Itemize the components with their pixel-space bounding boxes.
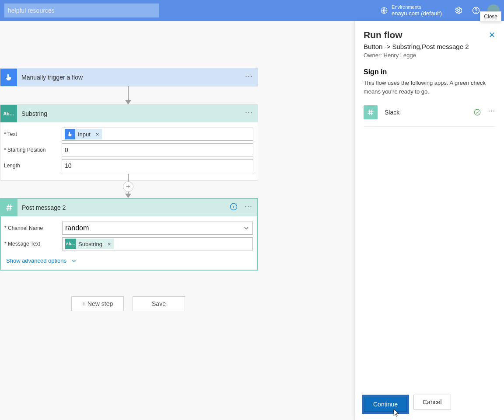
advanced-label: Show advanced options (6, 257, 66, 264)
trigger-card[interactable]: Manually trigger a flow ··· (0, 68, 258, 86)
globe-icon (380, 7, 388, 14)
arrow-down-icon (125, 194, 131, 198)
channel-value: random (65, 224, 89, 232)
gear-icon[interactable] (454, 6, 463, 15)
environment-picker[interactable]: Environments enayu.com (default) (380, 4, 442, 17)
token-label: Substring (76, 239, 105, 249)
run-flow-panel: Run flow ✕ Button -> Substring,Post mess… (354, 21, 504, 420)
more-icon[interactable]: ··· (240, 72, 258, 83)
more-icon[interactable]: ··· (488, 107, 495, 118)
text-input[interactable]: Input × (62, 128, 253, 141)
post-message-card[interactable]: Post message 2 ··· Channel Name random M… (0, 198, 258, 271)
signin-text: This flow uses the following apps. A gre… (364, 79, 495, 96)
slack-hash-icon (1, 199, 18, 216)
connection-row: Slack ··· (364, 105, 495, 127)
connection-name: Slack (385, 109, 473, 116)
add-step-button[interactable]: + (123, 181, 133, 192)
field-label-text: Text (4, 131, 62, 137)
substring-card[interactable]: Ab… Substring ··· Text Input × Start (0, 104, 258, 180)
cancel-button[interactable]: Cancel (413, 395, 451, 410)
panel-owner: Owner: Henry Legge (364, 52, 495, 59)
chevron-down-icon (243, 225, 250, 232)
svg-point-1 (458, 10, 460, 12)
connector-line (128, 86, 129, 100)
start-input-el[interactable] (65, 146, 250, 153)
substring-title: Substring (17, 110, 240, 117)
more-icon[interactable]: ··· (240, 202, 257, 214)
length-input-el[interactable] (65, 162, 250, 169)
more-icon[interactable]: ··· (240, 108, 258, 120)
text-op-icon: Ab… (65, 239, 76, 249)
channel-dropdown[interactable]: random (62, 222, 253, 235)
env-name: enayu.com (default) (392, 10, 442, 17)
help-icon[interactable] (472, 6, 480, 15)
env-label: Environments (392, 4, 442, 10)
text-op-icon: Ab… (0, 105, 17, 122)
info-icon[interactable] (228, 202, 240, 213)
close-icon[interactable]: ✕ (489, 30, 495, 40)
touch-icon (65, 129, 75, 139)
show-advanced-link[interactable]: Show advanced options (4, 257, 77, 264)
search-input[interactable]: helpful resources (4, 3, 159, 17)
post-title: Post message 2 (18, 204, 228, 211)
new-step-button[interactable]: + New step (71, 296, 124, 311)
save-button[interactable]: Save (133, 296, 185, 311)
slack-hash-icon (364, 105, 378, 119)
field-label-msg: Message Text (4, 241, 62, 247)
token-label: Input (75, 129, 93, 139)
length-input[interactable] (62, 159, 253, 172)
panel-subtitle: Button -> Substring,Post message 2 (364, 43, 495, 50)
start-input[interactable] (62, 143, 253, 156)
continue-button[interactable]: Continue (364, 397, 407, 412)
top-header: helpful resources Environments enayu.com… (0, 0, 504, 21)
svg-point-3 (476, 12, 476, 13)
field-label-start: Starting Position (4, 147, 62, 153)
token-substring[interactable]: Ab… Substring × (65, 239, 114, 249)
field-label-length: Length (4, 163, 62, 169)
message-input[interactable]: Ab… Substring × (62, 237, 253, 250)
check-circle-icon (473, 108, 481, 116)
trigger-title: Manually trigger a flow (17, 74, 240, 81)
signin-heading: Sign in (364, 68, 495, 76)
token-input[interactable]: Input × (65, 129, 102, 139)
field-label-channel: Channel Name (4, 225, 62, 231)
touch-icon (0, 69, 17, 86)
flow-canvas: Manually trigger a flow ··· Ab… Substrin… (0, 21, 354, 420)
panel-title: Run flow (364, 30, 402, 40)
arrow-down-icon (125, 100, 131, 104)
chevron-down-icon (71, 258, 77, 264)
continue-focus-ring: Continue (362, 395, 409, 414)
remove-token-icon[interactable]: × (105, 239, 114, 249)
close-tooltip: Close (480, 11, 501, 22)
svg-point-5 (474, 109, 480, 115)
remove-token-icon[interactable]: × (93, 129, 102, 139)
